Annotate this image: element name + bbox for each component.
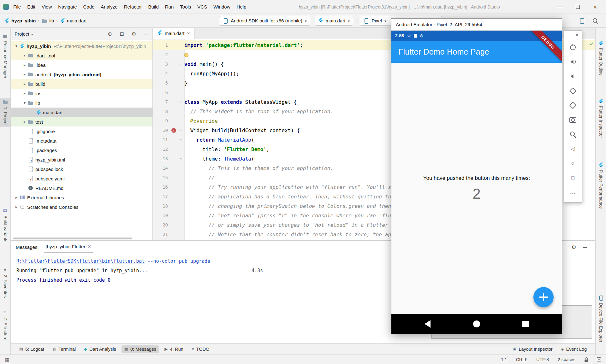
fold-icon[interactable]	[177, 128, 184, 132]
chevron-right-icon[interactable]	[21, 91, 28, 96]
menu-tools[interactable]: Tools	[177, 3, 194, 11]
status-utf-8[interactable]: UTF-8	[536, 357, 549, 362]
tree-item-ios[interactable]: ios	[11, 89, 152, 98]
close-icon[interactable]	[593, 4, 598, 9]
sidebar-item-flutter-performance[interactable]: Flutter Performance	[596, 161, 606, 210]
breadcrumb-lib[interactable]: lib	[42, 18, 54, 24]
tree-item-gitignore[interactable]: .gitignore	[11, 126, 152, 136]
emulator-more-button[interactable]	[564, 185, 582, 200]
menu-code[interactable]: Code	[80, 3, 98, 11]
device-selector[interactable]: Android SDK built for x86 (mobile)	[219, 16, 310, 26]
fold-icon[interactable]	[177, 62, 184, 66]
status-2-spaces[interactable]: 2 spaces	[558, 357, 575, 362]
project-panel-title[interactable]: Project	[15, 31, 29, 37]
intention-bulb-icon[interactable]	[184, 53, 188, 57]
sidebar-item-2-favorites[interactable]: 2: Favorites	[0, 266, 10, 299]
close-icon[interactable]	[88, 244, 91, 250]
messages-tab[interactable]: [hyzp_yibin] Flutter	[44, 241, 93, 253]
emulator-back-button[interactable]	[564, 142, 582, 156]
emulator-volume-up-button[interactable]	[564, 55, 582, 69]
tool-window-button-todo[interactable]: ≡TODO	[189, 345, 212, 353]
collapse-all-icon[interactable]	[119, 31, 125, 37]
tab-main-dart[interactable]: main.dart	[153, 28, 195, 39]
status-1-1[interactable]: 1:1	[501, 357, 507, 362]
tree-item-build[interactable]: build	[11, 79, 152, 89]
menu-view[interactable]: View	[39, 3, 55, 11]
tree-item-dart-tool[interactable]: .dart_tool	[11, 51, 152, 60]
tree-item-idea[interactable]: .idea	[11, 60, 152, 70]
emulator-power-button[interactable]	[564, 40, 582, 55]
fold-icon[interactable]	[177, 138, 184, 142]
chevron-right-icon[interactable]	[21, 53, 28, 58]
attach-debugger-icon[interactable]	[579, 18, 585, 24]
menu-window[interactable]: Window	[210, 3, 233, 11]
nav-overview-icon[interactable]	[522, 321, 529, 327]
chevron-right-icon[interactable]	[13, 195, 20, 200]
gear-icon[interactable]	[572, 244, 576, 250]
emulator-camera-button[interactable]	[564, 113, 582, 127]
sidebar-item-flutter-inspector[interactable]: Flutter Inspector	[596, 97, 606, 139]
chevron-right-icon[interactable]	[21, 63, 28, 67]
sidebar-item-build-variants[interactable]: Build Variants	[0, 206, 10, 244]
search-everywhere-icon[interactable]	[592, 18, 598, 24]
menu-navigate[interactable]: Navigate	[55, 3, 80, 11]
sidebar-item-device-file-explorer[interactable]: Device File Explorer	[596, 294, 606, 344]
menu-build[interactable]: Build	[145, 3, 162, 11]
fold-icon[interactable]	[177, 157, 184, 161]
horizontal-scrollbar[interactable]	[11, 237, 152, 240]
tool-window-button-dart-analysis[interactable]: ◆Dart Analysis	[81, 345, 119, 353]
breadcrumb-main-dart[interactable]: main.dart	[60, 18, 87, 23]
sidebar-item-1-project[interactable]: 1: Project	[0, 98, 10, 127]
chevron-right-icon[interactable]	[21, 82, 28, 86]
tree-item-packages[interactable]: .packages	[11, 145, 152, 155]
tree-item-hyzp-yibin-iml[interactable]: hyzp_yibin.iml	[11, 155, 152, 164]
tree-item-android[interactable]: android[hyzp_yibin_android]	[11, 70, 152, 79]
emulator-volume-down-button[interactable]	[564, 69, 582, 84]
hide-panel-icon[interactable]	[143, 31, 149, 37]
tree-item-main-dart[interactable]: main.dart	[11, 108, 152, 117]
sidebar-item-resource-manager[interactable]: Resource Manager	[0, 32, 10, 80]
status-crlf[interactable]: CRLF	[516, 357, 528, 362]
lock-icon[interactable]	[584, 357, 588, 362]
override-icon[interactable]	[171, 128, 176, 133]
gear-icon[interactable]	[131, 31, 137, 37]
emulator-overview-button[interactable]	[564, 171, 582, 185]
menu-analyze[interactable]: Analyze	[98, 3, 121, 11]
minimize-icon[interactable]	[567, 33, 571, 38]
menu-vcs[interactable]: VCS	[194, 3, 210, 11]
emulator-rotate-left-button[interactable]	[564, 84, 582, 98]
maximize-icon[interactable]	[575, 4, 580, 9]
tool-window-button-0-messages[interactable]: ▦0: Messages	[122, 345, 159, 353]
sidebar-item-flutter-outline[interactable]: Flutter Outline	[596, 39, 606, 77]
tree-item-hyzp-yibin[interactable]: hyzp_yibinR:\FlutterProject\FlutterProje…	[11, 41, 152, 51]
tree-item-pubspec-yaml[interactable]: pubspec.yaml	[11, 174, 152, 183]
sidebar-item-7-structure[interactable]: 7: Structure	[0, 308, 10, 342]
tree-item-test[interactable]: test	[11, 117, 152, 126]
scrollbar-thumb[interactable]	[13, 238, 132, 239]
fold-icon[interactable]	[177, 100, 184, 104]
minimize-icon[interactable]	[557, 4, 562, 9]
tool-window-button-event-log[interactable]: ◈Event Log	[558, 345, 590, 353]
run-config-selector[interactable]: main.dart	[315, 16, 354, 26]
menu-file[interactable]: File	[10, 3, 24, 11]
breadcrumb-hyzp-yibin[interactable]: hyzp_yibin	[4, 18, 36, 23]
tool-window-button-6-logcat[interactable]: ▤6: Logcat	[16, 345, 47, 353]
emulator-title-bar[interactable]: Android Emulator - Pixel_2_API_29:5554	[391, 19, 562, 31]
menu-refactor[interactable]: Refactor	[121, 3, 145, 11]
tree-item-readme-md[interactable]: README.md	[11, 183, 152, 193]
emulator-rotate-right-button[interactable]	[564, 98, 582, 113]
console-link[interactable]: R:\Flutter\FlutterSDK\flutter\bin\flutte…	[16, 258, 145, 264]
tool-window-button-layout-inspector[interactable]: ▣Layout Inspector	[510, 345, 556, 353]
chevron-right-icon[interactable]	[13, 205, 20, 209]
close-icon[interactable]	[575, 32, 578, 38]
chevron-down-icon[interactable]	[21, 101, 28, 105]
tool-window-button-4-run[interactable]: ▶4: Run	[162, 345, 186, 353]
chevron-down-icon[interactable]	[13, 44, 20, 48]
nav-home-icon[interactable]	[473, 320, 480, 327]
highlighting-level-icon[interactable]	[597, 357, 601, 361]
locate-file-icon[interactable]	[107, 31, 113, 37]
emulator-zoom-button[interactable]	[564, 127, 582, 142]
tree-item-external-libraries[interactable]: External Libraries	[11, 193, 152, 202]
menu-help[interactable]: Help	[234, 3, 250, 11]
close-tab-icon[interactable]	[187, 31, 190, 36]
